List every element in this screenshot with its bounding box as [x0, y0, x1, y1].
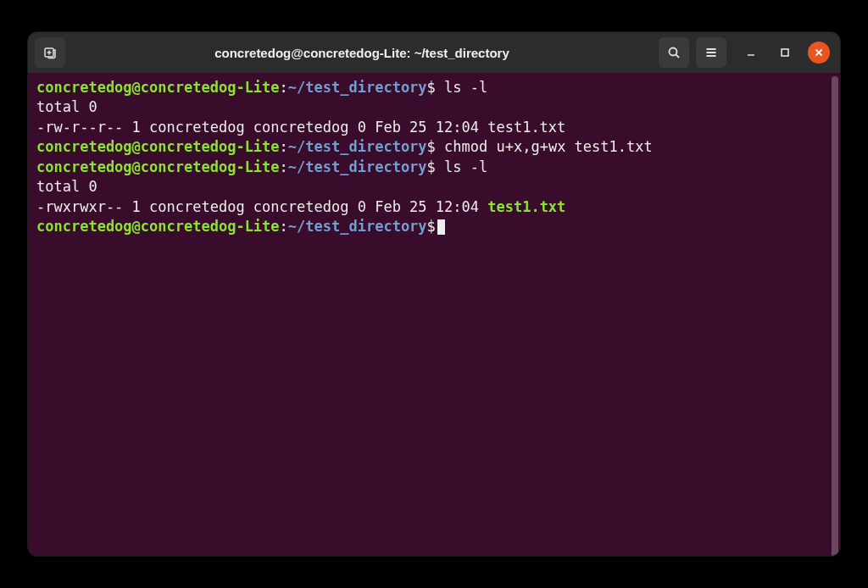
prompt-symbol: $ [427, 138, 436, 155]
prompt-symbol: $ [427, 79, 436, 96]
prompt-symbol: $ [427, 158, 436, 175]
menu-button[interactable] [696, 37, 726, 68]
command-text: chmod u+x,g+wx test1.txt [436, 138, 653, 155]
terminal-window: concretedog@concretedog-Lite: ~/test_dir… [27, 31, 841, 557]
prompt-colon: : [280, 79, 288, 96]
file-perms: -rwxrwxr-- 1 concretedog concretedog 0 F… [36, 198, 487, 215]
output-line: -rwxrwxr-- 1 concretedog concretedog 0 F… [36, 197, 832, 217]
prompt-user-host: concretedog@concretedog-Lite [36, 158, 280, 175]
search-icon [667, 46, 681, 59]
prompt-colon: : [280, 218, 288, 235]
prompt-line: concretedog@concretedog-Lite:~/test_dire… [36, 78, 832, 97]
cursor [437, 219, 445, 235]
terminal-content[interactable]: concretedog@concretedog-Lite:~/test_dire… [28, 73, 840, 556]
prompt-path: ~/test_directory [288, 218, 427, 235]
prompt-colon: : [280, 158, 288, 175]
executable-file: test1.txt [487, 198, 565, 215]
cmd-ls: ls -l [444, 79, 487, 96]
prompt-path: ~/test_directory [288, 158, 427, 175]
prompt-user-host: concretedog@concretedog-Lite [36, 79, 280, 96]
prompt-line: concretedog@concretedog-Lite:~/test_dire… [36, 137, 832, 157]
prompt-symbol: $ [427, 218, 436, 235]
command-text: ls -l [436, 158, 487, 175]
new-tab-icon [43, 46, 57, 59]
hamburger-icon [704, 46, 718, 59]
cmd-ls: ls -l [444, 158, 487, 175]
prompt-colon: : [280, 138, 288, 155]
scrollbar[interactable] [832, 76, 838, 556]
close-button[interactable] [808, 42, 830, 64]
maximize-button[interactable] [774, 42, 796, 64]
output-line: -rw-r--r-- 1 concretedog concretedog 0 F… [36, 118, 832, 137]
window-title: concretedog@concretedog-Lite: ~/test_dir… [72, 46, 652, 60]
prompt-path: ~/test_directory [288, 79, 427, 96]
prompt-line: concretedog@concretedog-Lite:~/test_dire… [36, 217, 832, 236]
svg-point-1 [670, 48, 677, 56]
cmd-chmod: chmod u+x,g+wx test1.txt [444, 138, 653, 155]
svg-rect-2 [782, 49, 788, 56]
titlebar: concretedog@concretedog-Lite: ~/test_dir… [28, 32, 840, 73]
command-text: ls -l [436, 79, 487, 96]
maximize-icon [780, 47, 790, 58]
prompt-user-host: concretedog@concretedog-Lite [36, 138, 280, 155]
minimize-button[interactable] [740, 42, 762, 64]
prompt-path: ~/test_directory [288, 138, 427, 155]
search-button[interactable] [659, 37, 689, 68]
close-icon [814, 47, 824, 58]
prompt-line: concretedog@concretedog-Lite:~/test_dire… [36, 158, 832, 177]
output-line: total 0 [36, 97, 832, 117]
prompt-user-host: concretedog@concretedog-Lite [36, 218, 280, 235]
window-controls [740, 42, 830, 64]
output-line: total 0 [36, 177, 832, 197]
minimize-icon [746, 47, 756, 58]
new-tab-button[interactable] [35, 37, 65, 68]
